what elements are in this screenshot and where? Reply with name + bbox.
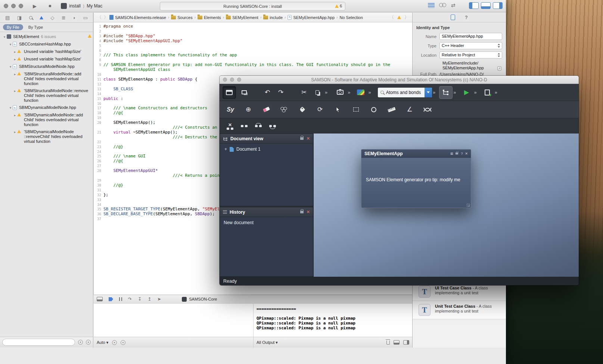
stop-button[interactable]: ■ [49, 3, 51, 9]
file-inspector-icon[interactable] [451, 15, 455, 20]
save-button[interactable] [237, 86, 251, 99]
step-into-icon[interactable]: ↧ [138, 296, 142, 302]
hide-debug-area-icon[interactable] [97, 297, 103, 301]
zoom-button[interactable] [19, 4, 23, 8]
breakpoint-navigator-icon[interactable]: ◗ [73, 15, 76, 21]
document-view-header[interactable]: Document view ✕ [220, 134, 313, 144]
issue-root-row[interactable]: ▾ SEMyElement 6 issues [0, 33, 93, 41]
back-icon[interactable]: 〈 [97, 14, 102, 21]
step-out-icon[interactable]: ↥ [147, 296, 151, 302]
erase-button[interactable] [259, 103, 273, 117]
help-icon[interactable]: ? [461, 152, 463, 156]
jump-bar-item[interactable]: Sources [171, 15, 192, 20]
add-atom-button[interactable]: ⊕ [241, 103, 255, 117]
history-item[interactable]: New document [220, 217, 313, 225]
dock-icon[interactable]: ⊞ [450, 152, 453, 156]
library-item[interactable]: TUnit Test Case Class - A class implemen… [413, 301, 506, 319]
jump-bar-item[interactable]: SAMSON-Elements-release [109, 15, 166, 20]
test-navigator-icon[interactable]: ◇ [50, 15, 54, 21]
jump-bar-item[interactable]: SEMyElementApp.hpp [287, 15, 335, 20]
disclosure-triangle[interactable]: ▸ [13, 57, 17, 62]
issue-row[interactable]: ▸'SBMDynamicalModelNode ::removeChild' h… [0, 128, 93, 145]
close-panel-icon[interactable]: ✕ [307, 136, 310, 141]
unlink-button[interactable]: ✕ [224, 121, 236, 131]
overflow-chevron-icon[interactable]: » [325, 90, 327, 95]
project-navigator-icon[interactable]: ▤ [5, 15, 10, 21]
tab-by-file[interactable]: By File [3, 24, 23, 30]
expand-icon[interactable]: + [224, 147, 227, 152]
console-pane-toggle-left-icon[interactable] [394, 340, 400, 345]
filter-flagged-icon[interactable] [86, 340, 91, 345]
report-navigator-icon[interactable]: ▭ [83, 15, 88, 21]
toggle-debug-area-icon[interactable] [481, 2, 491, 9]
play-simulation-button[interactable]: ▶ [460, 86, 473, 99]
measure-button[interactable] [385, 103, 399, 117]
library-item[interactable]: TUI Test Case Class - A class implementi… [413, 283, 506, 301]
close-button[interactable] [4, 4, 8, 8]
issue-file-row[interactable]: ▾SBMStructuralModelNode.hpp [0, 63, 93, 70]
search-navigator-icon[interactable] [29, 16, 32, 19]
document-view-body[interactable]: + Document 1 [220, 144, 313, 206]
toggle-navigator-icon[interactable] [469, 2, 479, 9]
reveal-path-icon[interactable]: ➚ [497, 66, 501, 70]
jump-bar-item[interactable]: SEMyElement [226, 15, 258, 20]
forward-icon[interactable]: 〉 [104, 14, 108, 21]
link-pair-button[interactable] [238, 121, 250, 131]
debug-process[interactable]: SAMSON-Core [182, 297, 217, 302]
variables-view[interactable] [94, 304, 254, 337]
quick-help-icon[interactable]: ? [465, 15, 467, 20]
overflow-chevron-icon[interactable]: » [474, 90, 477, 95]
lock-icon[interactable] [300, 137, 304, 140]
link-arc-button[interactable] [252, 121, 264, 131]
issue-row[interactable]: ▸Unused variable 'hashMapSize' [0, 56, 93, 63]
version-editor-icon[interactable]: ⇄ [451, 2, 456, 8]
symbols-button[interactable]: Sy [223, 103, 237, 117]
code-row[interactable]: 1#pragma once [94, 24, 412, 29]
history-header[interactable]: History ✕ [220, 207, 313, 217]
issue-file-row[interactable]: ▾SBCContainerHashMap.hpp [0, 41, 93, 48]
lattice-button[interactable] [277, 103, 291, 117]
lock-icon[interactable] [456, 153, 458, 155]
angle-button[interactable]: ∠ [402, 103, 417, 117]
twist-button[interactable] [420, 103, 435, 117]
variables-filter-icon[interactable] [112, 340, 117, 345]
warning-counter[interactable]: 6 [335, 4, 342, 8]
code-row[interactable]: 7/// This class implements the functiona… [94, 53, 412, 58]
label-button[interactable] [295, 103, 309, 117]
pointer-tool-button[interactable] [331, 103, 345, 117]
close-dialog-icon[interactable]: ✕ [465, 152, 468, 156]
run-button[interactable]: ▶ [33, 3, 37, 9]
jump-bar-item[interactable]: No Selection [339, 15, 363, 20]
disclosure-triangle[interactable]: ▾ [8, 42, 13, 47]
type-dropdown[interactable]: C++ Header [439, 42, 502, 49]
history-body[interactable]: New document [220, 217, 313, 276]
node-search-box[interactable]: Atoms and bonds [378, 88, 432, 97]
clear-console-icon[interactable] [386, 341, 390, 345]
document-tree-item[interactable]: + Document 1 [220, 144, 313, 152]
disclosure-triangle[interactable]: ▸ [13, 130, 17, 135]
overflow-chevron-icon[interactable]: » [453, 90, 456, 95]
disclosure-triangle[interactable]: ▸ [13, 72, 17, 77]
close-panel-icon[interactable]: ✕ [307, 210, 310, 214]
console-pane-toggle-right-icon[interactable] [403, 340, 409, 345]
issue-navigator-icon[interactable] [40, 16, 43, 19]
location-icon[interactable]: ➤ [157, 296, 161, 302]
disclosure-triangle[interactable]: ▸ [13, 89, 17, 94]
toggle-utilities-icon[interactable] [493, 2, 503, 9]
samson-title-bar[interactable]: SAMSON - Software for Adaptive Modeling … [220, 76, 579, 84]
code-row[interactable]: 4#include "SEMyElementAppGUI.hpp" [94, 39, 412, 44]
redo-button[interactable]: ↷ [274, 86, 287, 99]
issue-file-row[interactable]: ▾SBMDynamicalModelNode.hpp [0, 104, 93, 112]
issue-row[interactable]: ▸Unused variable 'hashMapSize' [0, 48, 93, 56]
next-issue-icon[interactable]: 〉 [404, 14, 409, 21]
overflow-chevron-icon[interactable]: » [368, 90, 371, 95]
orbit-camera-button[interactable]: ⟳ [313, 103, 327, 117]
dialog-title-bar[interactable]: SEMyElementApp ⊞ ? ✕ [361, 150, 471, 158]
copy-button[interactable] [311, 86, 324, 99]
navigator-filter-field[interactable] [2, 339, 75, 346]
variables-info-icon[interactable] [121, 340, 125, 345]
disclosure-triangle[interactable]: ▾ [8, 65, 13, 69]
issue-row[interactable]: ▸'SBMStructuralModelNode::add Child' hid… [0, 70, 93, 87]
console-output[interactable]: ================ QPixmap::scaled: Pixmap… [254, 304, 412, 337]
new-document-button[interactable] [223, 86, 236, 99]
